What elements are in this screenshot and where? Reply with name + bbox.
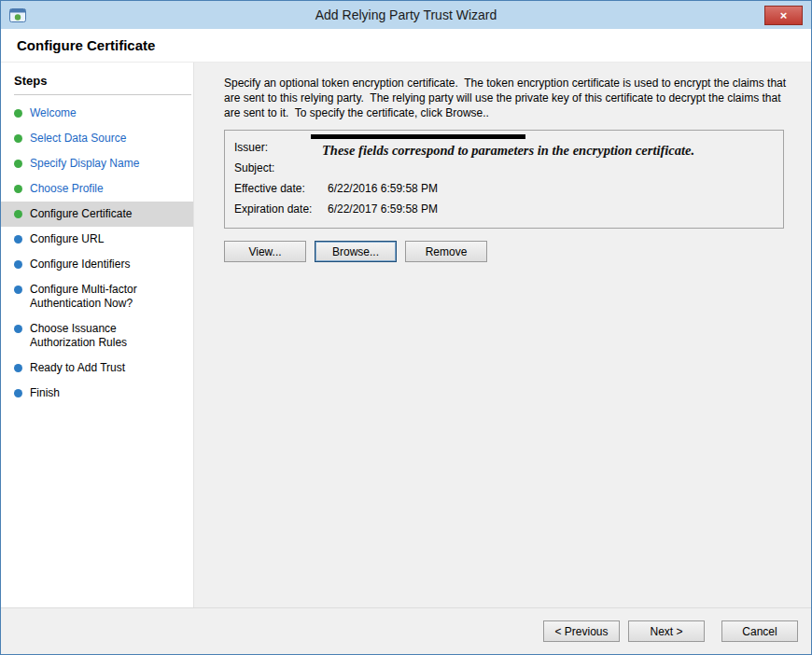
step-pending-icon xyxy=(14,286,22,294)
redaction-mark xyxy=(311,134,525,139)
step-label: Choose Profile xyxy=(30,182,104,196)
step-label: Welcome xyxy=(30,106,77,120)
sidebar-item-choose-issuance-rules: Choose Issuance Authorization Rules xyxy=(1,316,193,355)
issuer-label: Issuer: xyxy=(234,137,328,158)
sidebar-item-configure-identifiers: Configure Identifiers xyxy=(1,252,193,277)
next-button[interactable]: Next > xyxy=(628,620,705,642)
steps-divider xyxy=(14,94,191,95)
step-pending-icon xyxy=(14,325,22,333)
sidebar-item-configure-certificate: Configure Certificate xyxy=(1,202,193,227)
step-label: Ready to Add Trust xyxy=(30,361,125,375)
page-title: Configure Certificate xyxy=(17,37,155,53)
expiration-date-value: 6/22/2017 6:59:58 PM xyxy=(328,199,438,219)
sidebar-item-select-data-source[interactable]: Select Data Source xyxy=(1,126,193,151)
intro-text: Specify an optional token encryption cer… xyxy=(224,76,792,120)
step-pending-icon xyxy=(14,260,22,269)
certificate-field-row: Expiration date: 6/22/2017 6:59:58 PM xyxy=(234,199,774,219)
sidebar-item-finish: Finish xyxy=(1,381,193,406)
step-label: Configure Certificate xyxy=(30,207,132,221)
titlebar: Add Relying Party Trust Wizard × xyxy=(1,1,811,29)
annotation-text: These fields correspond to parameters in… xyxy=(322,143,694,159)
wizard-window: Add Relying Party Trust Wizard × Configu… xyxy=(0,0,812,655)
effective-date-label: Effective date: xyxy=(234,178,328,199)
step-done-icon xyxy=(14,185,22,193)
step-label: Choose Issuance Authorization Rules xyxy=(30,322,184,350)
step-label: Configure Multi-factor Authentication No… xyxy=(30,283,184,311)
sidebar-item-choose-profile[interactable]: Choose Profile xyxy=(1,176,193,202)
steps-sidebar: Steps Welcome Select Data Source Specify… xyxy=(1,63,194,607)
window-title: Add Relying Party Trust Wizard xyxy=(1,7,811,22)
sidebar-item-specify-display-name[interactable]: Specify Display Name xyxy=(1,151,193,176)
cancel-button[interactable]: Cancel xyxy=(721,620,798,642)
close-icon: × xyxy=(780,8,788,22)
sidebar-item-ready-to-add-trust: Ready to Add Trust xyxy=(1,355,193,381)
effective-date-value: 6/22/2016 6:59:58 PM xyxy=(328,178,438,199)
step-pending-icon xyxy=(14,389,22,397)
sidebar-item-welcome[interactable]: Welcome xyxy=(1,101,193,126)
step-done-icon xyxy=(14,109,22,118)
browse-button[interactable]: Browse... xyxy=(315,241,397,262)
step-done-icon xyxy=(14,134,22,143)
wizard-app-icon xyxy=(9,8,26,22)
step-pending-icon xyxy=(14,235,22,244)
certificate-details-box: These fields correspond to parameters in… xyxy=(224,130,784,229)
step-label: Specify Display Name xyxy=(30,157,139,171)
page-header: Configure Certificate xyxy=(1,29,811,63)
close-button[interactable]: × xyxy=(764,6,803,25)
remove-button[interactable]: Remove xyxy=(405,241,487,262)
main-content: Specify an optional token encryption cer… xyxy=(194,63,811,607)
step-label: Select Data Source xyxy=(30,132,126,146)
certificate-actions: View... Browse... Remove xyxy=(224,241,792,262)
subject-label: Subject: xyxy=(234,158,328,178)
step-label: Configure Identifiers xyxy=(30,258,130,272)
expiration-date-label: Expiration date: xyxy=(234,199,328,219)
footer: < Previous Next > Cancel xyxy=(1,607,811,654)
sidebar-item-configure-url: Configure URL xyxy=(1,227,193,252)
certificate-field-row: Subject: xyxy=(234,158,774,178)
steps-heading: Steps xyxy=(1,72,193,94)
step-label: Configure URL xyxy=(30,232,104,246)
step-label: Finish xyxy=(30,386,60,400)
step-current-icon xyxy=(14,210,22,218)
view-button[interactable]: View... xyxy=(224,241,306,262)
sidebar-item-configure-mfa: Configure Multi-factor Authentication No… xyxy=(1,277,193,316)
previous-button[interactable]: < Previous xyxy=(543,620,620,642)
certificate-field-row: Effective date: 6/22/2016 6:59:58 PM xyxy=(234,178,774,199)
step-done-icon xyxy=(14,160,22,168)
step-pending-icon xyxy=(14,364,22,372)
body: Steps Welcome Select Data Source Specify… xyxy=(1,63,811,607)
